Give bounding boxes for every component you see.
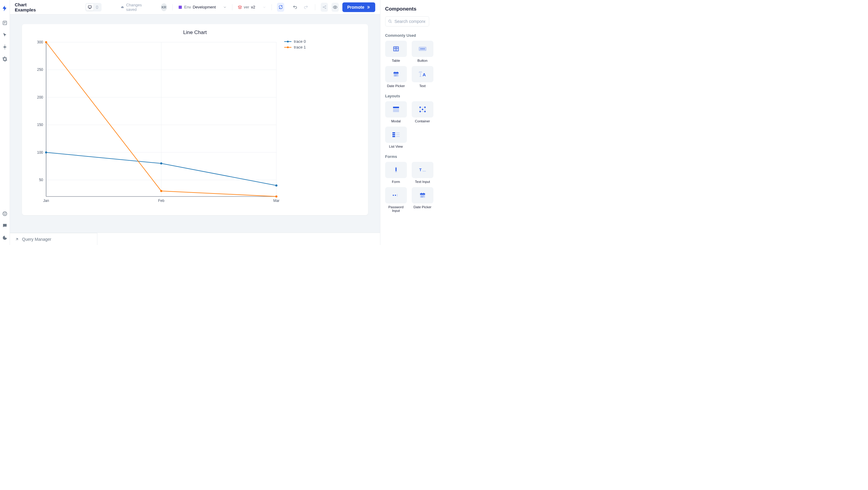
svg-point-18 [325, 8, 326, 9]
svg-rect-102 [420, 193, 425, 195]
svg-rect-74 [393, 109, 399, 112]
svg-point-51 [389, 20, 391, 22]
svg-point-48 [287, 41, 289, 42]
undo-button[interactable] [291, 3, 299, 12]
svg-text:Feb: Feb [158, 198, 164, 203]
component-date-picker[interactable]: Date Picker [385, 66, 407, 88]
refresh-button[interactable] [277, 3, 284, 12]
svg-point-78 [424, 111, 426, 113]
section-label: Commonly Used [385, 33, 429, 38]
component-modal[interactable]: Modal [385, 101, 407, 123]
component-date-picker[interactable]: Date Picker [412, 187, 433, 212]
theme-icon[interactable] [0, 233, 10, 243]
svg-rect-88 [393, 136, 395, 137]
cursor-icon[interactable] [0, 30, 10, 40]
svg-point-3 [4, 46, 6, 48]
svg-text:Mar: Mar [273, 198, 279, 203]
component-label: Password Input [385, 205, 407, 212]
svg-rect-14 [96, 6, 98, 8]
query-manager-toggle[interactable]: Query Manager [10, 233, 97, 245]
svg-text:200: 200 [37, 95, 43, 99]
svg-line-52 [391, 22, 392, 23]
modal-icon [385, 101, 407, 118]
svg-text:50: 50 [39, 178, 43, 182]
chevron-down-icon [223, 5, 227, 9]
component-table[interactable]: Table [385, 41, 407, 62]
logo-icon[interactable] [0, 4, 10, 13]
svg-text:250: 250 [37, 67, 43, 72]
user-avatar[interactable]: KR [161, 3, 167, 11]
component-label: Date Picker [387, 84, 405, 88]
legend-item[interactable]: trace 0 [284, 39, 306, 44]
chart-card[interactable]: Line Chart 50100150200250300JanFebMar tr… [22, 24, 368, 215]
component-label: Form [392, 180, 400, 184]
svg-point-99 [395, 195, 396, 196]
svg-point-10 [5, 213, 6, 213]
svg-text:100: 100 [37, 150, 43, 155]
svg-point-45 [160, 190, 162, 192]
legend-item[interactable]: trace 1 [284, 45, 306, 50]
device-toggle [85, 3, 101, 11]
chevron-double-right-icon [366, 5, 370, 9]
component-button[interactable]: Button [412, 41, 433, 62]
component-label: Text [419, 84, 426, 88]
chart-title: Line Chart [29, 30, 361, 36]
bottom-bar: Query Manager [10, 233, 380, 245]
svg-point-69 [397, 74, 397, 75]
text-icon: A [412, 66, 433, 82]
component-password-input[interactable]: Password Input [385, 187, 407, 212]
component-label: Date Picker [413, 205, 431, 209]
svg-point-71 [396, 75, 396, 76]
component-label: List View [389, 145, 403, 148]
svg-point-75 [419, 107, 421, 108]
components-heading: Components [385, 6, 429, 12]
svg-point-44 [45, 41, 47, 43]
desktop-view-button[interactable] [86, 4, 93, 10]
chart-plot: 50100150200250300JanFebMar [29, 39, 279, 208]
settings-icon[interactable] [0, 54, 10, 64]
support-icon[interactable] [0, 209, 10, 218]
svg-point-57 [421, 49, 421, 50]
list-view-icon [385, 127, 407, 143]
svg-rect-15 [179, 5, 182, 9]
debug-icon[interactable] [0, 42, 10, 52]
pages-icon[interactable] [0, 18, 10, 28]
version-selector[interactable]: ver v2 [238, 5, 266, 9]
svg-point-58 [422, 49, 423, 50]
component-form[interactable]: Form [385, 162, 407, 184]
canvas[interactable]: Line Chart 50100150200250300JanFebMar tr… [10, 14, 380, 233]
mobile-view-button[interactable] [93, 4, 101, 10]
container-icon [412, 101, 433, 118]
svg-point-68 [396, 74, 396, 75]
svg-rect-87 [393, 134, 395, 135]
chat-icon[interactable] [0, 221, 10, 231]
component-label: Table [392, 59, 400, 62]
component-container[interactable]: Container [412, 101, 433, 123]
component-label: Modal [391, 119, 401, 123]
svg-point-105 [421, 195, 422, 196]
left-nav-rail [0, 0, 10, 245]
component-list-view[interactable]: List View [385, 127, 407, 148]
svg-text:A: A [423, 72, 426, 77]
svg-point-108 [421, 197, 422, 197]
save-status: Changes saved [121, 3, 147, 12]
share-button[interactable] [321, 3, 328, 12]
promote-button[interactable]: Promote [342, 2, 375, 12]
svg-text:300: 300 [37, 40, 43, 44]
chevron-down-icon [262, 5, 266, 9]
svg-rect-86 [393, 132, 395, 133]
svg-point-107 [423, 195, 424, 196]
svg-rect-11 [88, 6, 92, 8]
svg-point-21 [335, 7, 336, 8]
svg-point-77 [419, 111, 421, 113]
section-label: Forms [385, 154, 429, 159]
redo-button[interactable] [302, 3, 310, 12]
component-text[interactable]: AText [412, 66, 433, 88]
environment-selector[interactable]: Env Development [178, 5, 227, 9]
preview-button[interactable] [332, 3, 339, 12]
main-area: Chart Examples Changes saved KR [10, 0, 380, 245]
text-input-icon: T [412, 162, 433, 178]
component-text-input[interactable]: TText Input [412, 162, 433, 184]
svg-line-20 [324, 7, 325, 8]
svg-point-109 [422, 197, 423, 197]
